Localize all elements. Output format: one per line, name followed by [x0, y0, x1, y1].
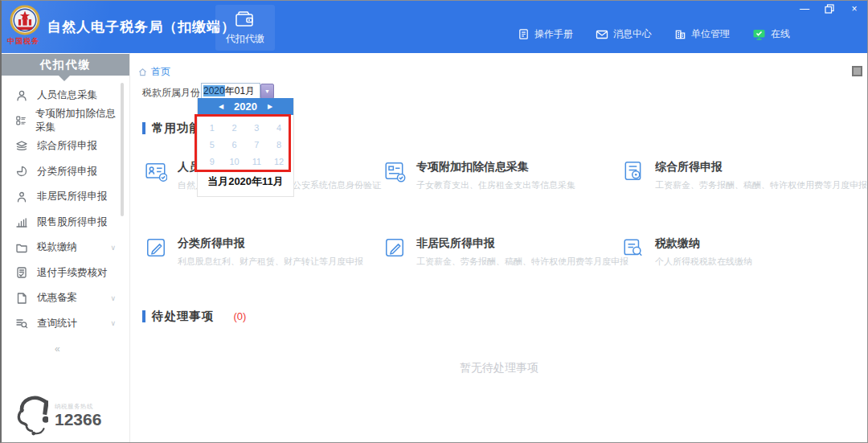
section-bar: [142, 310, 145, 322]
breadcrumb[interactable]: 首页: [138, 65, 170, 79]
month-cell[interactable]: 11: [246, 153, 268, 170]
sidebar-header: 代扣代缴: [2, 54, 129, 76]
empty-state-text: 暂无待处理事项: [130, 361, 868, 375]
minimize-button[interactable]: —: [798, 3, 811, 14]
menu-org[interactable]: 单位管理: [674, 27, 730, 41]
month-cell[interactable]: 10: [223, 153, 246, 170]
sidebar-item-label: 综合所得申报: [37, 139, 97, 153]
sidebar-item-preferential-record[interactable]: 优惠备案 ∨: [2, 285, 124, 311]
card-special-deduction[interactable]: 专项附加扣除信息采集 子女教育支出、住房租金支出等信息采集: [383, 160, 575, 191]
id-card-icon: [145, 160, 167, 183]
month-picker-header: ◀ 2020 ▶: [198, 98, 293, 115]
menu-org-label: 单位管理: [691, 27, 730, 41]
app-title: 自然人电子税务局（扣缴端）: [47, 18, 235, 36]
picker-year-label: 2020: [234, 100, 257, 113]
sidebar-item-label: 优惠备案: [37, 291, 77, 305]
section-bar: [142, 122, 145, 134]
month-cell[interactable]: 1: [201, 119, 223, 136]
month-picker-popup: ◀ 2020 ▶ 1 2 3 4 5 6 7 8 9 10 11 12 当月20…: [197, 98, 294, 197]
layout-pin-icon[interactable]: [852, 66, 862, 76]
prev-year-button[interactable]: ◀: [219, 103, 223, 110]
sidebar-item-label: 专项附加扣除信息采集: [35, 107, 124, 134]
sidebar-item-personnel[interactable]: 人员信息采集: [2, 83, 124, 109]
current-month-button[interactable]: 当月2020年11月: [198, 171, 293, 196]
month-cell[interactable]: 12: [268, 153, 290, 170]
tax-emblem-icon: [10, 5, 40, 35]
month-input-rest-text: 年01月: [225, 84, 255, 98]
sidebar-item-tax-payment[interactable]: 税款缴纳 ∨: [2, 235, 124, 260]
sidebar-nav: 人员信息采集 专项附加扣除信息采集 综合所得申报 分类所得申报: [2, 83, 124, 336]
online-status[interactable]: 在线: [752, 27, 790, 41]
sidebar-item-label: 非居民所得申报: [37, 190, 108, 203]
sidebar-item-comprehensive-income[interactable]: 综合所得申报: [2, 133, 124, 159]
card-comprehensive-income[interactable]: 综合所得申报 工资薪金、劳务报酬、稿酬、特许权使用费等月度申报: [622, 160, 867, 191]
section-common-title: 常用功能: [152, 121, 202, 136]
month-cell[interactable]: 2: [223, 119, 246, 136]
menu-manual[interactable]: 操作手册: [518, 27, 573, 41]
online-status-label: 在线: [771, 27, 790, 41]
month-cell[interactable]: 6: [223, 136, 246, 153]
home-icon: [138, 68, 147, 76]
building-icon: [674, 28, 686, 40]
card-title: 非居民所得申报: [416, 236, 628, 251]
sidebar-item-label: 退付手续费核对: [37, 266, 108, 280]
hotline-block: 纳税服务热线 12366: [14, 395, 101, 440]
sidebar-item-refund-fee-check[interactable]: 退付手续费核对: [2, 260, 124, 286]
month-cell[interactable]: 7: [246, 136, 268, 153]
sidebar-item-label: 税款缴纳: [37, 240, 77, 254]
form-check-icon: [383, 160, 406, 183]
month-cell[interactable]: 5: [201, 136, 223, 153]
card-subtitle: 子女教育支出、住房租金支出等信息采集: [416, 179, 575, 191]
section-common-functions: 常用功能: [142, 121, 202, 136]
menu-messages[interactable]: 消息中心: [596, 27, 652, 41]
month-input-selected-text: 2020: [203, 85, 225, 96]
card-subtitle: 工资薪金、劳务报酬、稿酬、特许权使用费等月度申报: [655, 179, 867, 191]
sidebar-item-label: 人员信息采集: [37, 88, 97, 102]
online-monitor-icon: [752, 28, 766, 41]
sidebar-item-label: 限售股所得申报: [37, 215, 108, 229]
app-window: 中国税务 自然人电子税务局（扣缴端） 代扣代缴: [0, 0, 868, 443]
month-field-label: 税款所属月份: [142, 86, 200, 100]
sidebar-header-pointer: [59, 76, 70, 81]
month-cell[interactable]: 8: [268, 136, 290, 153]
sidebar-item-classified-income[interactable]: 分类所得申报: [2, 159, 124, 185]
card-tax-payment[interactable]: 税款缴纳 个人所得税税款在线缴纳: [622, 236, 752, 268]
month-grid: 1 2 3 4 5 6 7 8 9 10 11 12: [198, 115, 293, 171]
menu-messages-label: 消息中心: [613, 27, 652, 41]
sidebar-item-restricted-shares[interactable]: 限售股所得申报: [2, 210, 124, 236]
chevron-down-icon: ∨: [110, 244, 116, 252]
sidebar-item-nonresident-income[interactable]: 非居民所得申报: [2, 184, 124, 210]
card-nonresident-income[interactable]: 非居民所得申报 工资薪金、劳务报酬、稿酬、特许权使用费等月度申报: [383, 236, 628, 268]
card-subtitle: 个人所得税税款在线缴纳: [655, 256, 752, 268]
card-title: 分类所得申报: [178, 236, 363, 251]
menu-manual-label: 操作手册: [534, 27, 573, 41]
section-pending-title: 待处理事项: [152, 309, 215, 324]
hotline-number: 12366: [55, 411, 101, 429]
doc-search-icon: [622, 236, 645, 259]
breadcrumb-label: 首页: [151, 65, 170, 79]
next-year-button[interactable]: ▶: [268, 103, 272, 110]
pending-count-badge: (0): [234, 310, 247, 322]
chevron-down-icon: ∨: [110, 294, 116, 302]
sidebar-scrollbar-thumb[interactable]: [121, 83, 124, 216]
month-cell[interactable]: 3: [246, 119, 268, 136]
wallet-icon: [235, 10, 256, 28]
card-subtitle: 利息股息红利、财产租赁、财产转让等月度申报: [178, 256, 363, 268]
sidebar-collapse-button[interactable]: «: [55, 343, 60, 355]
header-menu: 操作手册 消息中心 单: [518, 27, 790, 41]
month-cell[interactable]: 4: [268, 119, 290, 136]
pencil-icon: [145, 236, 167, 259]
card-classified-income[interactable]: 分类所得申报 利息股息红利、财产租赁、财产转让等月度申报: [145, 236, 363, 268]
envelope-icon: [596, 29, 608, 40]
month-cell[interactable]: 9: [201, 153, 223, 170]
month-dropdown-button[interactable]: ▼: [260, 84, 274, 99]
sidebar-item-special-deduction[interactable]: 专项附加扣除信息采集: [2, 109, 124, 134]
close-button[interactable]: ×: [848, 3, 861, 14]
month-input[interactable]: 2020 年01月: [201, 83, 260, 99]
sidebar-item-query-statistics[interactable]: 查询统计 ∨: [2, 311, 124, 337]
maximize-button[interactable]: [823, 3, 836, 14]
window-controls: — ×: [798, 3, 861, 14]
tab-withholding[interactable]: 代扣代缴: [215, 5, 275, 51]
doc-target-icon: [622, 160, 645, 183]
sidebar-item-label: 分类所得申报: [37, 165, 97, 178]
